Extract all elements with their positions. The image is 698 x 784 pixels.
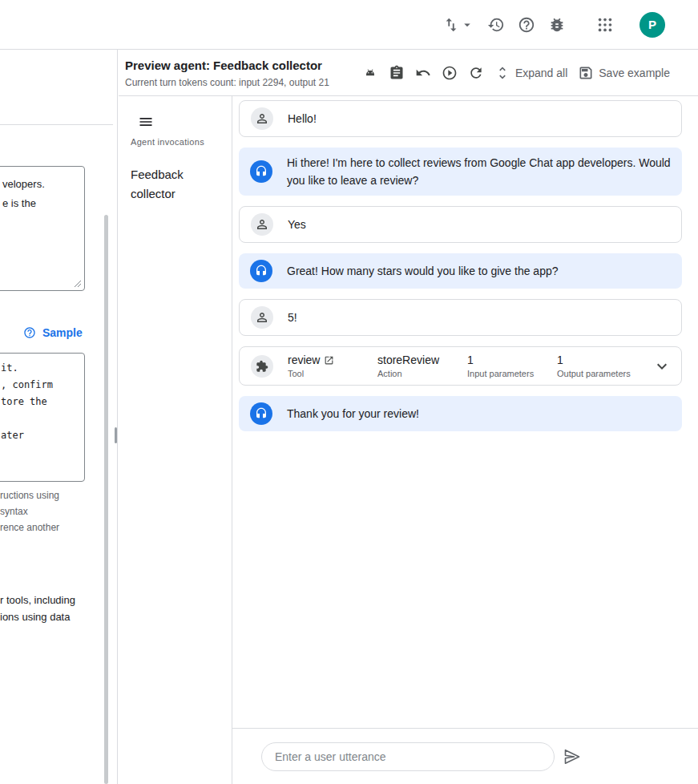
expand-all-label: Expand all <box>515 67 567 79</box>
swap-vert-icon <box>442 16 460 34</box>
action-column: storeReview Action <box>377 354 467 378</box>
extension-icon <box>256 360 268 373</box>
swap-vert-dropdown-button[interactable] <box>442 16 474 34</box>
code-line: ater <box>1 427 79 444</box>
refresh-icon <box>468 65 484 81</box>
message-text: Thank you for your review! <box>287 405 419 422</box>
undo-icon <box>415 65 431 81</box>
message-text: Great! How many stars would you like to … <box>287 262 559 280</box>
headset-icon <box>255 407 268 420</box>
sample-link-label: Sample <box>42 326 83 339</box>
instructions-hint-text: ructions using syntax rence another <box>0 487 59 535</box>
save-icon <box>578 65 594 81</box>
chat-panel: Hello! Hi there! I'm here to collect rev… <box>232 96 698 784</box>
apps-grid-button[interactable] <box>596 16 614 34</box>
textarea-line: velopers. <box>2 175 78 194</box>
sample-link[interactable]: Sample <box>18 325 87 340</box>
agent-avatar <box>250 402 272 425</box>
invocations-nav-panel: Agent invocations Feedback collector <box>119 96 232 784</box>
composer-bar <box>232 728 698 784</box>
nav-item-feedback-collector[interactable]: Feedback collector <box>131 165 220 204</box>
textarea-line: e is the <box>2 194 78 213</box>
android-icon <box>362 65 378 81</box>
expand-all-button[interactable]: Expand all <box>494 65 567 81</box>
send-icon <box>563 747 582 766</box>
global-topbar: P <box>0 0 698 50</box>
token-count-text: Current turn tokens count: input 2294, o… <box>125 77 329 88</box>
person-icon <box>255 111 269 126</box>
user-avatar <box>251 213 273 236</box>
code-line: it. <box>1 360 79 377</box>
bug-report-icon <box>548 16 566 34</box>
help-button[interactable] <box>518 16 535 34</box>
preview-header: Preview agent: Feedback collector Curren… <box>119 50 698 96</box>
play-circle-icon <box>442 65 458 81</box>
preview-actions: Expand all Save example <box>362 50 698 95</box>
undo-button[interactable] <box>415 65 431 81</box>
run-button[interactable] <box>442 65 458 81</box>
input-params-column: 1 Input parameters <box>467 354 557 378</box>
resize-handle-icon[interactable] <box>74 280 82 288</box>
tool-invocation-row[interactable]: review Tool storeReview Action 1 Input p… <box>239 346 682 386</box>
left-panel-scrollbar[interactable] <box>104 215 108 784</box>
user-avatar <box>251 306 273 329</box>
clipboard-icon <box>389 65 405 81</box>
action-name: storeReview <box>377 354 439 366</box>
agent-settings-panel: velopers. e is the Sample it. , confirm … <box>0 50 118 784</box>
agent-avatar <box>250 260 272 282</box>
headset-icon <box>255 265 268 277</box>
transcript-button[interactable] <box>389 65 405 81</box>
chat-transcript: Hello! Hi there! I'm here to collect rev… <box>232 96 698 728</box>
section-divider <box>0 124 113 125</box>
chat-message-agent: Hi there! I'm here to collect reviews fr… <box>239 148 682 196</box>
menu-button[interactable] <box>138 114 154 130</box>
chat-message-user: 5! <box>239 299 682 336</box>
panel-resize-handle[interactable] <box>115 427 117 443</box>
tools-description-text: r tools, including ions using data <box>0 592 75 625</box>
headset-icon <box>255 165 268 178</box>
history-button[interactable] <box>487 16 505 34</box>
person-icon <box>255 310 269 325</box>
app-window: P velopers. e is the Sample it. , confir… <box>0 0 698 784</box>
utterance-input[interactable] <box>261 742 555 771</box>
history-icon <box>487 16 505 34</box>
chevron-down-icon <box>652 357 672 376</box>
tool-label: Tool <box>288 369 377 378</box>
tool-name-column: review Tool <box>288 354 377 378</box>
chat-message-user: Yes <box>239 206 682 243</box>
expand-tool-row-button[interactable] <box>652 357 672 376</box>
chevron-down-icon <box>460 18 474 32</box>
help-icon <box>518 16 535 34</box>
account-avatar[interactable]: P <box>639 12 665 38</box>
output-params-column: 1 Output parameters <box>557 354 647 378</box>
user-avatar <box>251 107 273 130</box>
help-icon <box>23 326 36 339</box>
message-text: Hi there! I'm here to collect reviews fr… <box>287 154 672 189</box>
restart-button[interactable] <box>468 65 484 81</box>
save-example-button[interactable]: Save example <box>578 65 670 81</box>
save-example-label: Save example <box>599 67 670 79</box>
person-icon <box>255 217 269 232</box>
instructions-code-editor[interactable]: it. , confirm tore the ater <box>0 353 85 482</box>
output-count: 1 <box>557 354 563 366</box>
tool-columns: review Tool storeReview Action 1 Input p… <box>288 354 652 378</box>
nav-section-label: Agent invocations <box>131 137 204 147</box>
apps-grid-icon <box>596 16 614 34</box>
chat-message-agent: Great! How many stars would you like to … <box>239 253 682 289</box>
open-in-new-icon[interactable] <box>324 355 334 366</box>
bug-report-button[interactable] <box>548 16 566 34</box>
output-label: Output parameters <box>557 369 647 378</box>
android-preview-button[interactable] <box>362 65 378 81</box>
hamburger-menu-icon <box>138 114 154 130</box>
tool-name[interactable]: review <box>288 354 320 366</box>
preview-title: Preview agent: Feedback collector <box>125 59 322 72</box>
tool-avatar <box>251 355 273 378</box>
chat-message-user: Hello! <box>239 100 682 137</box>
action-label: Action <box>377 369 467 378</box>
goal-textarea[interactable]: velopers. e is the <box>0 166 85 291</box>
agent-avatar <box>250 160 272 183</box>
send-button[interactable] <box>563 747 582 766</box>
message-text: Hello! <box>288 110 317 127</box>
message-text: Yes <box>288 216 306 233</box>
code-line: , confirm <box>1 377 79 394</box>
